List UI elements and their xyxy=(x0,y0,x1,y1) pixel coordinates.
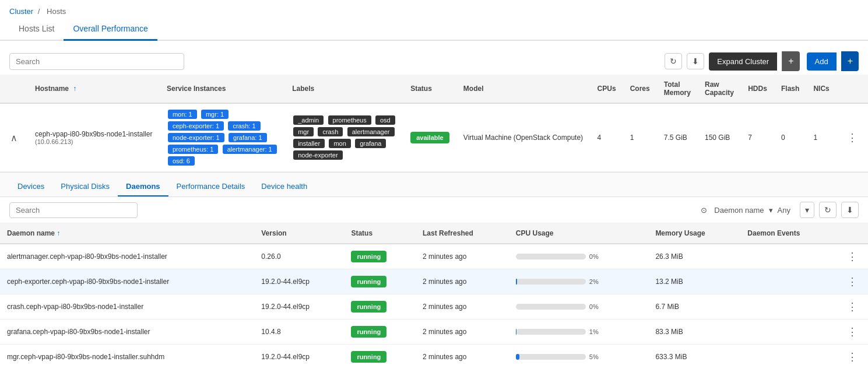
sub-tab-daemons[interactable]: Daemons xyxy=(118,177,168,196)
th-cores: Cores xyxy=(623,75,657,103)
daemon-download-button[interactable]: ⬇ xyxy=(841,202,859,218)
tab-hosts-list[interactable]: Hosts List xyxy=(9,18,64,41)
hosts-toolbar: ↻ ⬇ Expand Cluster+ Add+ xyxy=(0,48,868,75)
service-tag[interactable]: mon: 1 xyxy=(168,110,197,119)
label-tag[interactable]: osd xyxy=(375,115,395,125)
service-tag[interactable]: grafana: 1 xyxy=(229,133,267,142)
th-flash: Flash xyxy=(774,75,806,103)
service-tag[interactable]: node-exporter: 1 xyxy=(168,133,224,142)
daemon-events-1 xyxy=(740,269,837,294)
cpu-bar-fill-1 xyxy=(516,279,517,285)
cpu-progress-1: 2% xyxy=(516,278,642,285)
daemon-memory-4: 633.3 MiB xyxy=(648,345,740,366)
label-tag[interactable]: crash xyxy=(318,127,343,136)
daemon-search-box xyxy=(9,202,138,218)
daemon-status-3: running xyxy=(344,320,416,345)
daemon-dropdown-button[interactable]: ▾ xyxy=(800,202,814,218)
tab-overall-performance[interactable]: Overall Performance xyxy=(64,18,157,41)
daemon-actions-button-1[interactable]: ⋮ xyxy=(844,274,861,289)
daemon-status-2: running xyxy=(344,294,416,320)
service-instances-cell: mon: 1 mgr: 1 ceph-exporter: 1 crash: 1 … xyxy=(160,103,285,172)
daemon-actions-button-4[interactable]: ⋮ xyxy=(844,349,861,364)
cpu-label-0: 0% xyxy=(589,253,599,260)
service-tag[interactable]: osd: 6 xyxy=(168,156,195,166)
cpu-progress-0: 0% xyxy=(516,253,642,260)
service-tag[interactable]: crash: 1 xyxy=(228,121,260,131)
daemon-status-badge-0: running xyxy=(351,251,386,262)
cpu-progress-4: 5% xyxy=(516,353,642,360)
cpu-progress-2: 0% xyxy=(516,303,642,310)
daemon-name-3: grafana.ceph-vpap-i80-9bx9bs-node1-insta… xyxy=(0,320,254,345)
hosts-table: Hostname ↑ Service Instances Labels Stat… xyxy=(0,75,868,172)
daemon-memory-0: 26.3 MiB xyxy=(648,244,740,269)
daemon-actions-button-2[interactable]: ⋮ xyxy=(844,299,861,314)
add-button[interactable]: Add xyxy=(807,52,837,71)
label-tag[interactable]: node-exporter xyxy=(293,150,343,160)
expand-cluster-button[interactable]: Expand Cluster xyxy=(709,52,777,71)
label-tag[interactable]: alertmanager xyxy=(347,127,395,136)
nics-cell: 1 xyxy=(806,103,837,172)
top-tabs: Hosts List Overall Performance xyxy=(0,18,868,41)
row-actions-button[interactable]: ⋮ xyxy=(844,130,861,145)
row-expand-button[interactable]: ∧ xyxy=(7,131,21,145)
daemon-events-2 xyxy=(740,294,837,320)
table-row: ∧ ceph-vpap-i80-9bx9bs-node1-installer (… xyxy=(0,103,868,172)
breadcrumb-cluster[interactable]: Cluster xyxy=(9,7,33,16)
download-button[interactable]: ⬇ xyxy=(687,53,704,69)
daemon-actions-button-0[interactable]: ⋮ xyxy=(844,249,861,264)
daemon-events-0 xyxy=(740,244,837,269)
th-hostname[interactable]: Hostname ↑ xyxy=(28,75,160,103)
daemon-actions-button-3[interactable]: ⋮ xyxy=(844,324,861,339)
dth-version: Version xyxy=(254,223,344,244)
daemon-search-input[interactable] xyxy=(9,202,138,218)
label-tag[interactable]: _admin xyxy=(293,115,324,125)
th-raw-capacity: RawCapacity xyxy=(698,75,741,103)
label-tag[interactable]: mon xyxy=(329,139,350,148)
sub-tab-devices[interactable]: Devices xyxy=(9,177,52,196)
expand-cluster-plus-button[interactable]: + xyxy=(782,51,799,71)
label-tag[interactable]: installer xyxy=(293,139,325,148)
hosts-search-input[interactable] xyxy=(9,53,184,70)
daemon-actions-cell-2: ⋮ xyxy=(837,294,868,320)
daemon-name-filter-label: Daemon name xyxy=(714,206,764,215)
cpu-label-3: 1% xyxy=(589,328,599,335)
dth-last-refreshed: Last Refreshed xyxy=(416,223,509,244)
dth-memory-usage: Memory Usage xyxy=(648,223,740,244)
sub-tab-performance-details[interactable]: Performance Details xyxy=(168,177,254,196)
service-tag[interactable]: ceph-exporter: 1 xyxy=(168,121,224,131)
daemon-status-4: running xyxy=(344,345,416,366)
daemon-version-1: 19.2.0-44.el9cp xyxy=(254,269,344,294)
daemon-status-badge-4: running xyxy=(351,351,386,363)
th-cpus: CPUs xyxy=(591,75,623,103)
daemon-filter-value: Any xyxy=(778,206,790,215)
hosts-search-box xyxy=(9,53,184,70)
dth-status: Status xyxy=(344,223,416,244)
dth-actions xyxy=(837,223,868,244)
breadcrumb: Cluster / Hosts xyxy=(0,0,868,18)
daemon-refresh-button[interactable]: ↻ xyxy=(819,202,837,218)
service-tag[interactable]: prometheus: 1 xyxy=(168,145,218,154)
label-tag[interactable]: grafana xyxy=(355,139,386,148)
daemon-row-2: crash.ceph-vpap-i80-9bx9bs-node1-install… xyxy=(0,294,868,320)
refresh-button[interactable]: ↻ xyxy=(665,53,682,69)
service-tag[interactable]: mgr: 1 xyxy=(201,110,229,119)
label-tag[interactable]: prometheus xyxy=(328,115,371,125)
model-cell: Virtual Machine (OpenStack Compute) xyxy=(456,103,591,172)
cpu-bar-container-4 xyxy=(516,354,586,360)
service-tag[interactable]: alertmanager: 1 xyxy=(223,145,277,154)
daemon-table-wrapper: Daemon name ↑ Version Status Last Refres… xyxy=(0,223,868,365)
daemon-status-badge-1: running xyxy=(351,276,386,287)
th-total-memory: TotalMemory xyxy=(657,75,698,103)
dth-daemon-name[interactable]: Daemon name ↑ xyxy=(0,223,254,244)
filter-icon: ⊙ xyxy=(701,206,707,215)
cpu-bar-container-0 xyxy=(516,254,586,259)
sub-tab-device-health[interactable]: Device health xyxy=(253,177,315,196)
add-plus-button[interactable]: + xyxy=(841,51,859,71)
hdds-cell: 7 xyxy=(741,103,774,172)
sub-tab-physical-disks[interactable]: Physical Disks xyxy=(52,177,118,196)
label-tag[interactable]: mgr xyxy=(293,127,314,136)
dth-daemon-events: Daemon Events xyxy=(740,223,837,244)
hostname-ip: (10.0.66.213) xyxy=(35,138,153,145)
toolbar-right: ↻ ⬇ Expand Cluster+ Add+ xyxy=(665,51,859,71)
daemon-cpu-4: 5% xyxy=(509,345,649,366)
